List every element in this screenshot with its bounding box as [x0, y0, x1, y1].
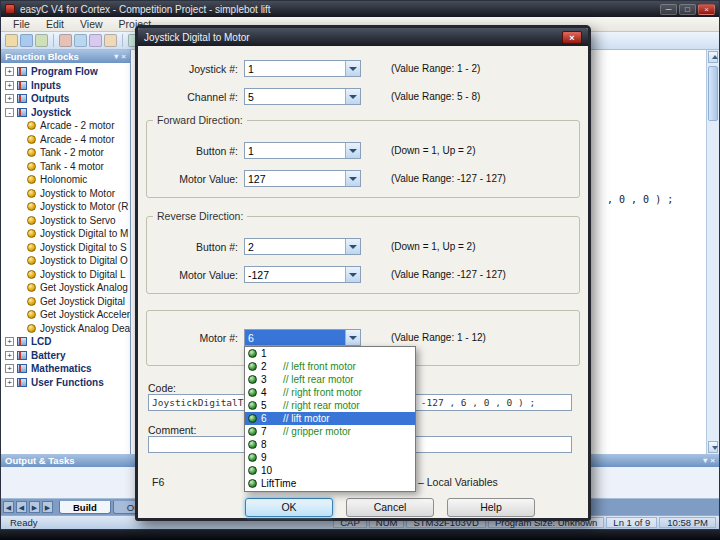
- scrollbar-thumb[interactable]: [708, 66, 718, 121]
- dropdown-option[interactable]: 4 // right front motor: [245, 386, 415, 399]
- tree-item[interactable]: Tank - 2 motor: [1, 146, 130, 160]
- dialog-button[interactable]: Help: [447, 498, 535, 517]
- function-block-icon: [27, 270, 36, 279]
- chevron-down-icon[interactable]: [345, 89, 360, 104]
- option-number: 8: [261, 439, 283, 450]
- chevron-down-icon[interactable]: [345, 267, 360, 282]
- tab-nav-arrow-icon[interactable]: ◀: [16, 501, 27, 513]
- chevron-down-icon[interactable]: [345, 171, 360, 186]
- toolbar-icon[interactable]: [5, 34, 18, 47]
- expand-toggle-icon[interactable]: +: [5, 351, 14, 360]
- scroll-up-icon[interactable]: [708, 51, 718, 63]
- tree-item[interactable]: + Program Flow: [1, 65, 130, 79]
- menu-item[interactable]: File: [5, 18, 38, 30]
- channel-number-select[interactable]: 5: [244, 88, 361, 105]
- tree-item[interactable]: + Mathematics: [1, 362, 130, 376]
- maximize-button[interactable]: □: [679, 4, 696, 15]
- tree-item[interactable]: Arcade - 4 motor: [1, 133, 130, 147]
- combo-value: 1: [245, 143, 345, 158]
- dialog-title-bar[interactable]: Joystick Digital to Motor ×: [138, 28, 588, 46]
- reverse-motor-value-select[interactable]: -127: [244, 266, 361, 283]
- tree-item[interactable]: + LCD: [1, 335, 130, 349]
- tree-item[interactable]: Joystick to Servo: [1, 214, 130, 228]
- tree-item[interactable]: Tank - 4 motor: [1, 160, 130, 174]
- tree-item[interactable]: Get Joystick Digital: [1, 295, 130, 309]
- chevron-down-icon[interactable]: [345, 143, 360, 158]
- editor-scrollbar[interactable]: [706, 50, 719, 454]
- expand-toggle-icon[interactable]: +: [5, 364, 14, 373]
- tree-item[interactable]: Arcade - 2 motor: [1, 119, 130, 133]
- toolbar-icon[interactable]: [20, 34, 33, 47]
- tree-item[interactable]: Joystick Digital to M: [1, 227, 130, 241]
- close-icon[interactable]: ×: [710, 456, 715, 465]
- dialog-button[interactable]: OK: [245, 498, 333, 517]
- scroll-down-icon[interactable]: [708, 441, 718, 453]
- tree-item[interactable]: Joystick Digital to S: [1, 241, 130, 255]
- dropdown-option[interactable]: 6 // lift motor: [245, 412, 415, 425]
- tree-item[interactable]: Holonomic: [1, 173, 130, 187]
- tree-item[interactable]: Get Joystick Analog: [1, 281, 130, 295]
- toolbar-separator: [53, 34, 54, 47]
- toolbar-icon[interactable]: [104, 34, 117, 47]
- dropdown-option[interactable]: 3 // left rear motor: [245, 373, 415, 386]
- tree-item[interactable]: + Inputs: [1, 79, 130, 93]
- pin-icon[interactable]: ▾: [114, 52, 118, 61]
- tree-item[interactable]: + Battery: [1, 349, 130, 363]
- taskbar: [0, 530, 720, 540]
- minimize-button[interactable]: ─: [660, 4, 677, 15]
- tab-nav-arrow-icon[interactable]: ▶: [29, 501, 40, 513]
- dropdown-option[interactable]: LiftTime: [245, 477, 415, 490]
- toolbar-icon[interactable]: [74, 34, 87, 47]
- toolbar-icon[interactable]: [89, 34, 102, 47]
- dropdown-option[interactable]: 2 // left front motor: [245, 360, 415, 373]
- chevron-down-icon[interactable]: [345, 239, 360, 254]
- dropdown-option[interactable]: 7 // gripper motor: [245, 425, 415, 438]
- tree-item[interactable]: Joystick to Digital O: [1, 254, 130, 268]
- tab-nav-arrow-icon[interactable]: ▶: [42, 501, 53, 513]
- chevron-down-icon[interactable]: [345, 61, 360, 76]
- dropdown-option[interactable]: 5 // right rear motor: [245, 399, 415, 412]
- dialog-button[interactable]: Cancel: [346, 498, 434, 517]
- menu-item[interactable]: Edit: [38, 18, 72, 30]
- expand-toggle-icon[interactable]: -: [5, 108, 14, 117]
- reverse-button-select[interactable]: 2: [244, 238, 361, 255]
- function-block-icon: [17, 337, 27, 346]
- close-icon[interactable]: ×: [121, 52, 126, 61]
- expand-toggle-icon[interactable]: +: [5, 378, 14, 387]
- tree-item-label: User Functions: [31, 377, 104, 388]
- bottom-tab[interactable]: Build: [59, 501, 111, 514]
- toolbar-icon[interactable]: [59, 34, 72, 47]
- tree-item[interactable]: Joystick to Motor: [1, 187, 130, 201]
- function-block-icon: [27, 324, 36, 333]
- motor-number-label: Motor #:: [138, 332, 238, 344]
- tree-item[interactable]: Joystick to Motor (R: [1, 200, 130, 214]
- dialog-close-button[interactable]: ×: [562, 31, 582, 44]
- expand-toggle-icon[interactable]: +: [5, 94, 14, 103]
- expand-toggle-icon[interactable]: +: [5, 67, 14, 76]
- dropdown-option[interactable]: 9: [245, 451, 415, 464]
- tree-item[interactable]: Get Joystick Accelero: [1, 308, 130, 322]
- tree-item[interactable]: Joystick to Digital L: [1, 268, 130, 282]
- tree-item[interactable]: - Joystick: [1, 106, 130, 120]
- dropdown-option[interactable]: 1: [245, 347, 415, 360]
- motor-number-select[interactable]: 6: [244, 329, 361, 346]
- menu-item[interactable]: View: [72, 18, 111, 30]
- expand-toggle-icon[interactable]: +: [5, 337, 14, 346]
- chevron-down-icon[interactable]: [345, 330, 360, 345]
- window-title: easyC V4 for Cortex - Competition Projec…: [20, 4, 660, 15]
- forward-motor-value-select[interactable]: 127: [244, 170, 361, 187]
- pin-icon[interactable]: ▾: [703, 456, 707, 465]
- dropdown-option[interactable]: 10: [245, 464, 415, 477]
- tab-nav-arrow-icon[interactable]: ◀: [3, 501, 14, 513]
- dropdown-option[interactable]: 8: [245, 438, 415, 451]
- tree-item[interactable]: + Outputs: [1, 92, 130, 106]
- joystick-number-label: Joystick #:: [138, 63, 238, 75]
- forward-button-select[interactable]: 1: [244, 142, 361, 159]
- toolbar-icon[interactable]: [35, 34, 48, 47]
- tree-item[interactable]: Joystick Analog Dead: [1, 322, 130, 336]
- tree-item[interactable]: + User Functions: [1, 376, 130, 390]
- close-button[interactable]: ×: [698, 4, 715, 15]
- joystick-number-select[interactable]: 1: [244, 60, 361, 77]
- option-number: 5: [261, 400, 283, 411]
- expand-toggle-icon[interactable]: +: [5, 81, 14, 90]
